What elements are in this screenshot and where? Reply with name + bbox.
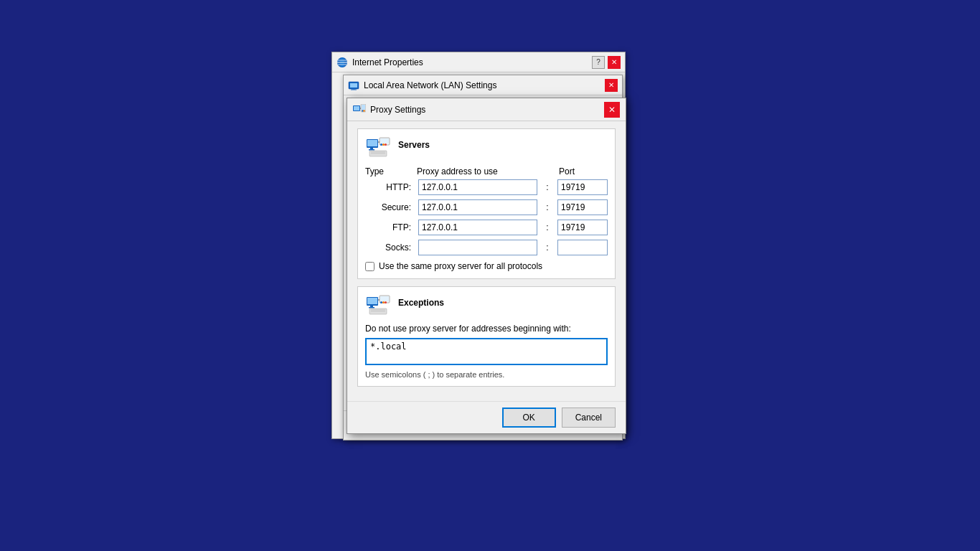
column-headers: Type Proxy address to use Port [365, 166, 608, 176]
exceptions-description: Do not use proxy server for addresses be… [365, 323, 608, 335]
http-row: HTTP: : [365, 179, 608, 195]
lan-settings-close-button[interactable]: ✕ [605, 79, 618, 92]
http-label: HTTP: [365, 182, 415, 192]
svg-point-23 [382, 143, 385, 146]
exceptions-hint: Use semicolons ( ; ) to separate entries… [365, 370, 608, 379]
ftp-port-input[interactable] [557, 220, 608, 235]
socks-label: Socks: [365, 242, 415, 253]
exceptions-textarea[interactable]: *.local [365, 338, 608, 365]
exceptions-network-icon [365, 294, 391, 317]
svg-rect-12 [362, 105, 365, 110]
servers-section: Servers Type Proxy address to use Port H… [357, 128, 616, 279]
servers-label: Servers [398, 140, 430, 150]
svg-rect-19 [369, 149, 374, 151]
socks-address-input[interactable] [418, 240, 537, 255]
proxy-settings-close-button[interactable]: ✕ [604, 102, 620, 118]
proxy-settings-dialog: Proxy Settings ✕ [347, 98, 626, 434]
svg-point-14 [363, 110, 364, 111]
same-proxy-label: Use the same proxy server for all protoc… [379, 261, 542, 271]
exceptions-label: Exceptions [398, 298, 444, 308]
internet-properties-title: Internet Properties [352, 57, 423, 67]
internet-properties-close-button[interactable]: ✕ [608, 56, 621, 69]
svg-rect-17 [367, 140, 377, 146]
secure-row: Secure: : [365, 199, 608, 215]
ie-icon [336, 57, 348, 68]
ftp-label: FTP: [365, 222, 415, 232]
socks-port-input[interactable] [557, 240, 608, 255]
svg-rect-10 [354, 106, 359, 110]
secure-address-input[interactable] [418, 199, 537, 215]
svg-rect-31 [370, 306, 373, 307]
svg-rect-7 [352, 88, 355, 90]
svg-point-24 [385, 143, 387, 146]
ftp-address-input[interactable] [418, 220, 537, 235]
internet-properties-titlebar: Internet Properties ? ✕ [332, 52, 625, 72]
lan-settings-titlebar: Local Area Network (LAN) Settings ✕ [344, 75, 622, 95]
svg-rect-6 [350, 83, 357, 88]
proxy-icon [353, 104, 366, 116]
secure-port-input[interactable] [557, 199, 608, 215]
socks-colon: : [540, 242, 555, 253]
same-proxy-row: Use the same proxy server for all protoc… [365, 261, 608, 271]
exceptions-section: Exceptions Do not use proxy server for a… [357, 286, 616, 387]
svg-point-36 [382, 301, 385, 303]
col-type: Type [365, 166, 414, 176]
col-proxy-address: Proxy address to use [417, 166, 542, 176]
proxy-ok-button[interactable]: OK [502, 408, 556, 428]
proxy-settings-title: Proxy Settings [370, 105, 425, 115]
svg-point-35 [380, 301, 382, 303]
secure-label: Secure: [365, 202, 415, 212]
same-proxy-checkbox[interactable] [365, 262, 374, 271]
proxy-settings-titlebar: Proxy Settings ✕ [347, 98, 626, 121]
svg-rect-21 [380, 138, 389, 143]
svg-rect-30 [367, 298, 377, 304]
servers-network-icon [365, 136, 391, 159]
svg-point-37 [385, 301, 387, 303]
secure-colon: : [540, 202, 555, 212]
servers-header: Servers [365, 136, 608, 159]
col-port: Port [559, 166, 608, 176]
lan-icon [348, 80, 359, 91]
proxy-content: Servers Type Proxy address to use Port H… [347, 121, 626, 401]
http-port-input[interactable] [557, 179, 608, 195]
proxy-dialog-buttons: OK Cancel [347, 401, 626, 433]
svg-rect-32 [369, 307, 374, 309]
proxy-cancel-button[interactable]: Cancel [562, 408, 616, 428]
socks-row: Socks: : [365, 240, 608, 255]
svg-rect-8 [351, 89, 357, 90]
ftp-row: FTP: : [365, 220, 608, 235]
svg-rect-34 [380, 296, 389, 301]
exceptions-header: Exceptions [365, 294, 608, 317]
ftp-colon: : [540, 222, 555, 232]
svg-rect-18 [370, 148, 373, 149]
http-address-input[interactable] [418, 179, 537, 195]
lan-settings-title: Local Area Network (LAN) Settings [364, 80, 496, 90]
svg-point-22 [380, 143, 382, 146]
http-colon: : [540, 182, 555, 192]
help-button[interactable]: ? [592, 56, 605, 69]
